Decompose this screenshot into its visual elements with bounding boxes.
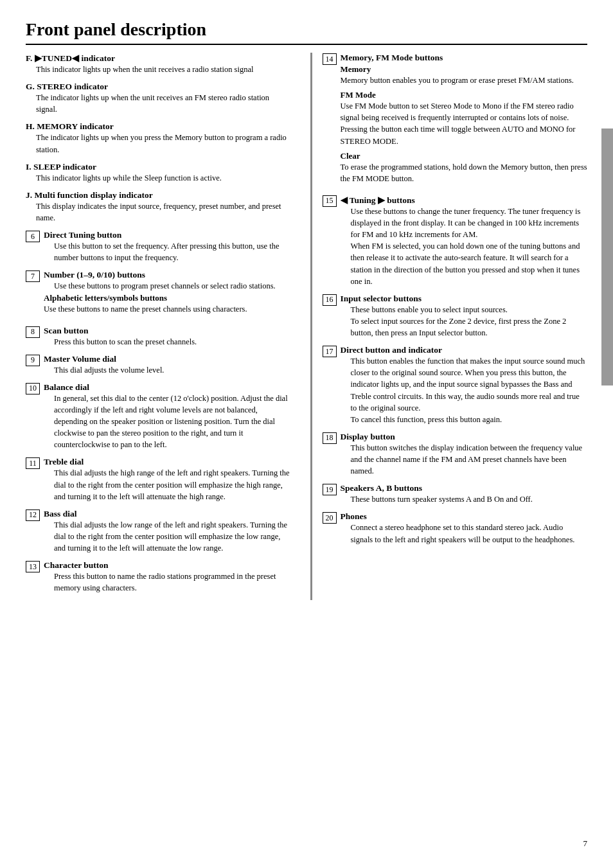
section-number: 7: [26, 270, 40, 282]
section-body: This dial adjusts the high range of the …: [54, 467, 291, 502]
section-body: Press this button to name the radio stat…: [54, 571, 291, 594]
section-title: Character button: [44, 560, 291, 571]
section-body: In general, set this dial to the center …: [54, 393, 291, 451]
section-body: This button switches the display indicat…: [351, 442, 588, 477]
lettered-section-h: H. MEMORY indicator The indicator lights…: [26, 121, 291, 155]
section-number: 6: [26, 231, 40, 242]
section-body: This indicator lights up while the Sleep…: [36, 172, 291, 184]
section-body: Press this button to scan the preset cha…: [54, 336, 291, 348]
section-number: 13: [26, 561, 40, 572]
section-content: Master Volume dial This dial adjusts the…: [44, 354, 291, 376]
section-heading: MEMORY indicator: [37, 121, 113, 131]
section-title: Phones: [341, 511, 588, 522]
section-content: Speakers A, B buttons These buttons turn…: [341, 483, 588, 505]
sub-title: Memory: [341, 64, 588, 75]
sub-title: Clear: [341, 151, 588, 161]
lettered-section-j: J. Multi function display indicator This…: [26, 190, 291, 224]
section-body: To select input sources for the Zone 2 d…: [351, 315, 588, 339]
numbered-section-11: 11 Treble dial This dial adjusts the hig…: [26, 457, 291, 502]
section-number: 20: [323, 512, 337, 524]
section-title: I. SLEEP indicator: [26, 162, 291, 172]
section-body: These buttons enable you to select input…: [351, 304, 588, 315]
section-content: Balance dial In general, set this dial t…: [44, 382, 291, 451]
section-title: Treble dial: [44, 457, 291, 467]
section-content: Direct button and indicator This button …: [341, 345, 588, 425]
section-content: Treble dial This dial adjusts the high r…: [44, 457, 291, 502]
numbered-section-16: 16 Input selector buttons These buttons …: [323, 294, 588, 339]
numbered-section-19: 19 Speakers A, B buttons These buttons t…: [323, 483, 588, 505]
sub-body: Use FM Mode button to set Stereo Mode to…: [341, 100, 588, 147]
numbered-section-9: 9 Master Volume dial This dial adjusts t…: [26, 354, 291, 376]
section-title: F. ▶TUNED◀ indicator: [26, 53, 291, 64]
lettered-section-g: G. STEREO indicator The indicator lights…: [26, 82, 291, 115]
section-title: Master Volume dial: [44, 354, 291, 364]
numbered-section-13: 13 Character button Press this button to…: [26, 560, 291, 594]
section-title: J. Multi function display indicator: [26, 190, 291, 200]
section-content: ◀ Tuning ▶ buttons Use these buttons to …: [341, 195, 588, 287]
numbered-section-14: 14 Memory, FM Mode buttons Memory Memory…: [323, 53, 588, 188]
section-title: Speakers A, B buttons: [341, 483, 588, 493]
right-sidebar-bar: [601, 128, 613, 385]
section-content: Memory, FM Mode buttons Memory Memory bu…: [341, 53, 588, 188]
section-number: 19: [323, 484, 337, 495]
numbered-section-17: 17 Direct button and indicator This butt…: [323, 345, 588, 425]
section-number: 17: [323, 346, 337, 357]
section-body: This button enables the function that ma…: [351, 355, 588, 414]
section-title: Scan button: [44, 326, 291, 336]
numbered-section-12: 12 Bass dial This dial adjusts the low r…: [26, 509, 291, 554]
sub-section: FM Mode Use FM Mode button to set Stereo…: [341, 90, 588, 147]
lettered-sections: F. ▶TUNED◀ indicator This indicator ligh…: [26, 53, 291, 224]
section-body: Use these buttons to program preset chan…: [54, 280, 291, 292]
section-content: Display button This button switches the …: [341, 432, 588, 477]
section-title: Direct button and indicator: [341, 345, 588, 355]
lettered-section-f: F. ▶TUNED◀ indicator This indicator ligh…: [26, 53, 291, 75]
section-body: Use this button to set the frequency. Af…: [54, 240, 291, 263]
numbered-section-15: 15 ◀ Tuning ▶ buttons Use these buttons …: [323, 195, 588, 287]
section-heading: STEREO indicator: [37, 82, 108, 91]
section-content: Phones Connect a stereo headphone set to…: [341, 511, 588, 545]
section-title: Number (1–9, 0/10) buttons: [44, 270, 291, 280]
section-content: Direct Tuning button Use this button to …: [44, 230, 291, 263]
section-body: Connect a stereo headphone set to this s…: [351, 522, 588, 545]
numbered-section-20: 20 Phones Connect a stereo headphone set…: [323, 511, 588, 545]
sub-body: To erase the programmed stations, hold d…: [341, 161, 588, 184]
numbered-section-18: 18 Display button This button switches t…: [323, 432, 588, 477]
section-label: H.: [26, 121, 35, 131]
left-numbered-sections: 6 Direct Tuning button Use this button t…: [26, 230, 291, 594]
section-number: 14: [323, 53, 337, 65]
sub-title: FM Mode: [341, 90, 588, 100]
left-column: F. ▶TUNED◀ indicator This indicator ligh…: [26, 53, 291, 600]
section-content: Bass dial This dial adjusts the low rang…: [44, 509, 291, 554]
sub-section: Alphabetic letters/symbols buttons Use t…: [44, 293, 291, 315]
lettered-section-i: I. SLEEP indicator This indicator lights…: [26, 162, 291, 184]
sub-section: Memory Memory button enables you to prog…: [341, 64, 588, 86]
section-body: This display indicates the input source,…: [36, 200, 291, 224]
section-body: This indicator lights up when the unit r…: [36, 64, 291, 75]
section-label: F.: [26, 53, 32, 63]
section-heading: SLEEP indicator: [33, 162, 96, 172]
section-number: 8: [26, 326, 40, 338]
section-title: Balance dial: [44, 382, 291, 393]
section-title: Input selector buttons: [341, 294, 588, 304]
section-number: 9: [26, 355, 40, 366]
section-body: To cancel this function, press this butt…: [351, 414, 588, 425]
section-body: When FM is selected, you can hold down o…: [351, 240, 588, 287]
section-content: Input selector buttons These buttons ena…: [341, 294, 588, 339]
section-label: G.: [26, 82, 35, 91]
section-number: 16: [323, 294, 337, 306]
section-number: 18: [323, 432, 337, 444]
section-number: 12: [26, 509, 40, 521]
section-heading: Multi function display indicator: [35, 190, 153, 200]
section-label: I.: [26, 162, 31, 172]
section-content: Number (1–9, 0/10) buttons Use these but…: [44, 270, 291, 319]
section-body: This dial adjusts the low range of the l…: [54, 519, 291, 554]
section-body: These buttons turn speaker systems A and…: [351, 493, 588, 505]
section-title: Bass dial: [44, 509, 291, 519]
sub-title: Alphabetic letters/symbols buttons: [44, 293, 291, 303]
section-number: 10: [26, 383, 40, 394]
section-body: The indicator lights up when the unit re…: [36, 92, 291, 115]
sub-section: Clear To erase the programmed stations, …: [341, 151, 588, 184]
numbered-section-6: 6 Direct Tuning button Use this button t…: [26, 230, 291, 263]
sub-body: Use these buttons to name the preset cha…: [44, 303, 291, 315]
section-label: J.: [26, 190, 32, 200]
